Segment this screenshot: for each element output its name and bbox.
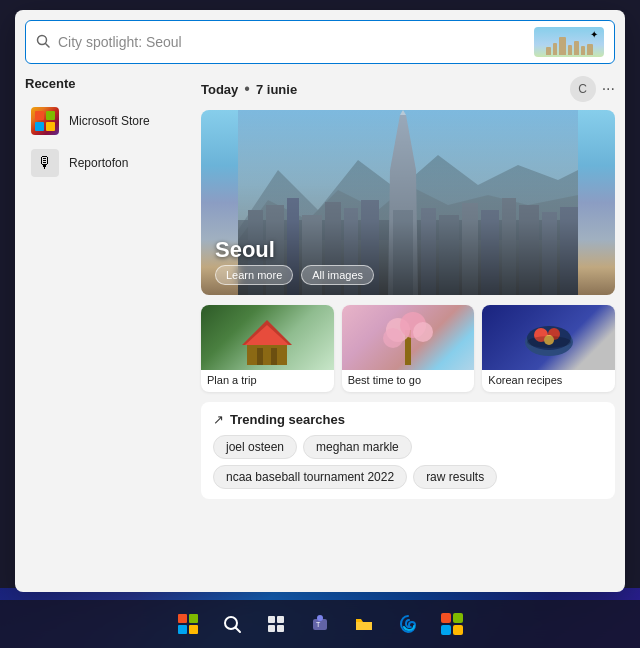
today-icons: C ··· [570,76,615,102]
thumb-card-trip[interactable]: Plan a trip [201,305,334,392]
trending-pills: joel osteen meghan markle ncaa baseball … [213,435,603,489]
svg-rect-25 [247,345,287,365]
ms-store-icon [31,107,59,135]
svg-point-33 [413,322,433,342]
trending-title: Trending searches [230,412,345,427]
trip-label: Plan a trip [201,370,334,392]
best-time-label: Best time to go [342,370,475,392]
hero-title: Seoul [215,237,275,263]
svg-text:T: T [316,621,321,628]
svg-point-34 [383,328,403,348]
taskbar-file-explorer-icon [353,613,375,635]
taskbar-edge-icon [397,613,419,635]
search-icon [36,34,50,51]
today-date: 7 iunie [256,82,297,97]
svg-rect-29 [271,348,277,365]
svg-line-42 [236,628,241,633]
thumb-card-recipes[interactable]: Korean recipes [482,305,615,392]
recipes-label: Korean recipes [482,370,615,392]
svg-line-1 [46,43,50,47]
svg-rect-43 [268,616,275,623]
learn-more-button[interactable]: Learn more [215,265,293,285]
today-label: Today [201,82,238,97]
recent-item-msstore[interactable]: Microsoft Store [25,101,185,141]
hero-image: Seoul Learn more All images [201,110,615,295]
taskbar-windows-start[interactable] [168,604,208,644]
windows-logo-icon [178,614,198,634]
svg-rect-28 [257,348,263,365]
trending-pill-2[interactable]: ncaa baseball tournament 2022 [213,465,407,489]
city-spotlight-image: ✦ [534,27,604,57]
search-bar[interactable]: City spotlight: Seoul ✦ [25,20,615,64]
taskbar-teams[interactable]: T [300,604,340,644]
food-image [482,305,615,370]
today-header: Today • 7 iunie C ··· [201,76,615,102]
taskbar-search[interactable] [212,604,252,644]
svg-point-40 [527,336,571,348]
svg-rect-46 [277,625,284,632]
more-options-icon[interactable]: ··· [602,81,615,97]
taskbar-ms-store-icon [441,613,463,635]
trending-pill-1[interactable]: meghan markle [303,435,412,459]
thumb-card-best-time[interactable]: Best time to go [342,305,475,392]
search-bar-right: ✦ [534,27,604,57]
trending-arrow-icon: ↗ [213,412,224,427]
bing-icon[interactable]: C [570,76,596,102]
food-icon [519,310,579,365]
taskbar-ms-store[interactable] [432,604,472,644]
right-panel: Today • 7 iunie C ··· [201,72,615,582]
trending-section: ↗ Trending searches joel osteen meghan m… [201,402,615,499]
blossom-icon [378,310,438,365]
svg-marker-27 [245,325,289,345]
star-icon: ✦ [590,29,598,40]
trending-pill-3[interactable]: raw results [413,465,497,489]
recorder-icon: 🎙 [31,149,59,177]
pavilion-icon [237,310,297,365]
trending-pill-0[interactable]: joel osteen [213,435,297,459]
search-input[interactable]: City spotlight: Seoul [58,34,534,50]
all-images-button[interactable]: All images [301,265,374,285]
left-panel: Recente Microsoft Store 🎙 Reportofon [25,72,185,582]
search-window: City spotlight: Seoul ✦ Recente [15,10,625,592]
trip-image [201,305,334,370]
recorder-label: Reportofon [69,156,128,170]
blossom-image [342,305,475,370]
hero-buttons: Learn more All images [215,265,374,285]
recente-label: Recente [25,76,185,91]
thumbnail-grid: Plan a trip Best time to go [201,305,615,392]
taskbar-task-view-icon [266,614,286,634]
svg-rect-45 [268,625,275,632]
date-dot: • [244,80,250,98]
taskbar-edge[interactable] [388,604,428,644]
trending-header: ↗ Trending searches [213,412,603,427]
svg-rect-44 [277,616,284,623]
taskbar-file-explorer[interactable] [344,604,384,644]
ms-store-label: Microsoft Store [69,114,150,128]
taskbar-task-view[interactable] [256,604,296,644]
taskbar-teams-icon: T [309,613,331,635]
recent-item-recorder[interactable]: 🎙 Reportofon [25,143,185,183]
taskbar-search-icon [222,614,242,634]
taskbar: T [0,600,640,648]
main-content: Recente Microsoft Store 🎙 Reportofon [15,72,625,592]
